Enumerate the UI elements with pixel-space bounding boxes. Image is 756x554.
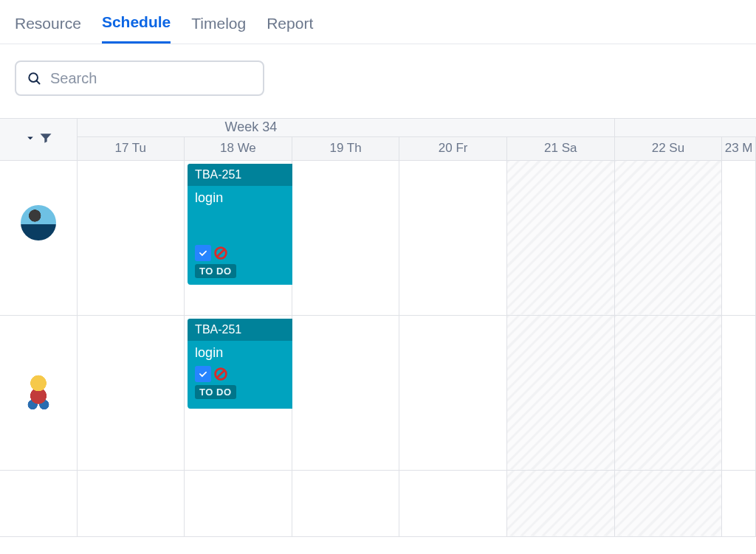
avatar[interactable] [19,375,58,413]
day-cell-weekend[interactable] [614,315,722,470]
day-cell-weekend[interactable] [614,160,722,315]
day-cell-weekend[interactable] [506,160,614,315]
resource-row [0,470,756,536]
day-cell[interactable] [77,160,185,315]
day-header-row: 17 Tu 18 We 19 Th 20 Fr 21 Sa 22 Su 23 M [0,136,756,160]
resource-row: TBA-251 login [0,160,756,315]
search-icon [27,71,41,86]
day-cell[interactable] [722,315,756,470]
tab-report[interactable]: Report [267,15,313,43]
schedule-grid: Week 34 17 Tu 18 We 19 Th 20 Fr 21 Sa 22… [0,118,756,537]
resource-cell[interactable] [0,470,77,536]
filter-icon[interactable] [38,131,53,148]
day-cell-weekend[interactable] [506,470,614,536]
day-cell[interactable] [292,470,399,536]
day-cell[interactable] [185,470,292,536]
tab-resource[interactable]: Resource [15,15,81,43]
day-cell-weekend[interactable] [614,470,722,536]
status-badge: TO DO [195,385,236,399]
day-header[interactable]: 17 Tu [77,136,185,160]
day-header[interactable]: 22 Su [614,136,722,160]
day-header[interactable]: 19 Th [292,136,399,160]
day-cell[interactable] [399,160,507,315]
day-header[interactable]: 21 Sa [506,136,614,160]
blocked-icon [213,366,229,382]
day-cell[interactable]: TBA-251 login [185,160,292,315]
day-cell[interactable] [722,160,756,315]
day-cell[interactable] [399,315,507,470]
issue-type-task-icon [195,366,211,382]
day-cell[interactable] [77,470,185,536]
issue-key: TBA-251 [195,168,241,181]
week-label: Week 34 [77,119,614,136]
day-header[interactable]: 18 We [185,136,292,160]
tab-timelog[interactable]: Timelog [191,15,246,43]
search-input[interactable] [49,69,252,88]
collapse-toggle[interactable] [24,131,37,148]
svg-line-3 [217,249,224,256]
issue-key: TBA-251 [195,323,241,336]
day-cell[interactable] [77,315,185,470]
svg-line-5 [217,370,224,377]
day-header[interactable]: 20 Fr [399,136,507,160]
day-cell[interactable] [292,315,399,470]
day-cell[interactable] [292,160,399,315]
resource-cell[interactable] [0,315,77,470]
next-week-gap [614,119,755,136]
day-header[interactable]: 23 M [722,136,756,160]
day-cell[interactable] [722,470,756,536]
avatar[interactable] [21,205,56,240]
top-tabs: Resource Schedule Timelog Report [0,0,756,44]
status-badge: TO DO [195,264,236,278]
svg-line-1 [37,81,40,84]
resource-row: TBA-251 login [0,315,756,470]
day-cell-weekend[interactable] [506,315,614,470]
day-cell[interactable]: TBA-251 login [185,315,292,470]
week-header-row: Week 34 [0,119,756,136]
day-cell[interactable] [399,470,507,536]
toolbar [0,44,756,114]
resource-cell[interactable] [0,160,77,315]
issue-type-task-icon [195,245,211,261]
search-field-wrap[interactable] [15,60,264,96]
blocked-icon [213,245,229,261]
tab-schedule[interactable]: Schedule [102,13,171,44]
